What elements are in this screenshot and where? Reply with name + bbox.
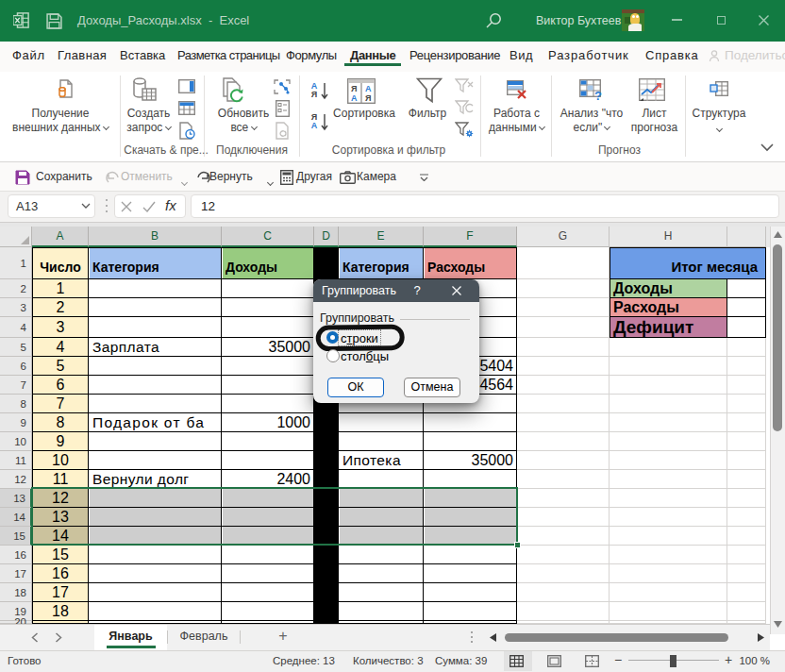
svg-text:Я: Я — [365, 93, 371, 103]
svg-text:Я: Я — [351, 84, 357, 93]
svg-text:А: А — [351, 93, 358, 103]
svg-text:А: А — [365, 84, 372, 93]
svg-text:?: ? — [594, 89, 602, 102]
